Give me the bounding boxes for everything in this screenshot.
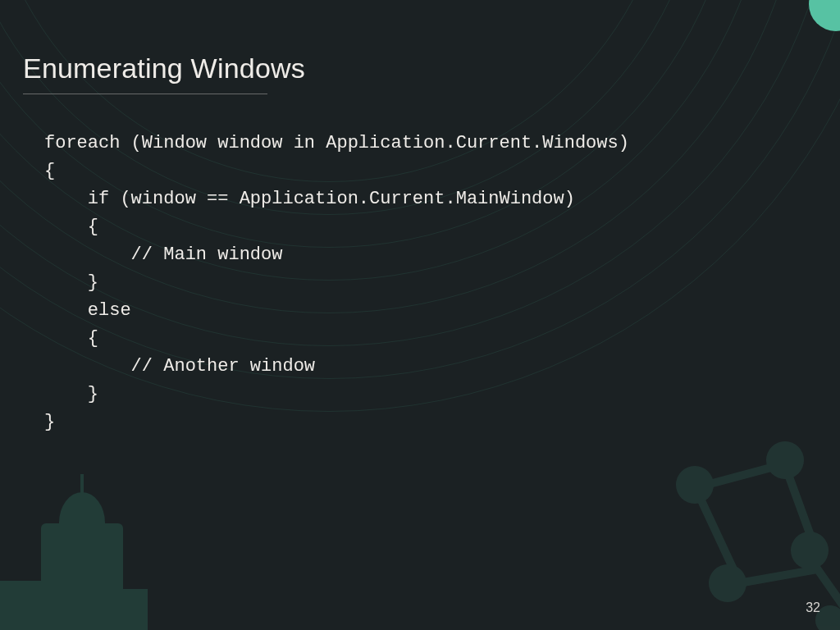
title-underline	[23, 94, 267, 94]
page-number: 32	[806, 600, 820, 615]
slide-title: Enumerating Windows	[23, 52, 305, 84]
building-silhouette-icon	[0, 491, 180, 630]
slide: Enumerating Windows foreach (Window wind…	[0, 0, 840, 630]
code-block: foreach (Window window in Application.Cu…	[44, 130, 629, 436]
